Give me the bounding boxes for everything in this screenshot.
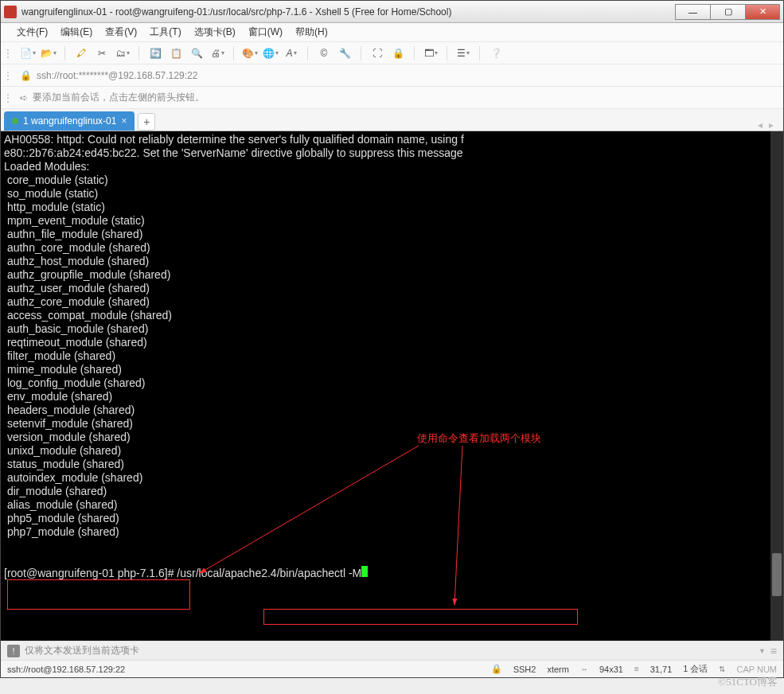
hint-bar: ➪ 要添加当前会话，点击左侧的箭头按钮。 — [1, 87, 783, 109]
toolbar-grip[interactable] — [2, 45, 7, 60]
address-text[interactable]: ssh://root:********@192.168.57.129:22 — [37, 70, 197, 81]
tab-close-icon[interactable]: × — [121, 115, 127, 127]
status-address: ssh://root@192.168.57.129:22 — [7, 665, 480, 674]
menu-item[interactable]: 文件(F) — [17, 25, 48, 39]
status-sessions: 1 会话 — [683, 663, 708, 675]
send-dropdown-icon[interactable]: ▼ — [759, 647, 766, 655]
address-bar: 🔒 ssh://root:********@192.168.57.129:22 — [1, 64, 783, 87]
maximize-button[interactable]: ▢ — [710, 4, 745, 20]
tab-nav: ◂ ▸ — [758, 119, 780, 131]
scrollbar-thumb[interactable] — [772, 553, 782, 596]
size-icon: ↔ — [580, 665, 588, 673]
layout-button[interactable]: 🗔 — [423, 45, 439, 61]
status-pos: 31,71 — [650, 665, 673, 674]
add-tab-button[interactable]: + — [138, 113, 155, 131]
hint-arrow-icon[interactable]: ➪ — [20, 92, 28, 103]
hint-text: 要添加当前会话，点击左侧的箭头按钮。 — [33, 91, 205, 104]
menu-item[interactable]: 窗口(W) — [248, 25, 283, 39]
send-target-icon[interactable]: ! — [7, 645, 20, 657]
cursor — [361, 566, 368, 577]
titlebar: wangruifenglinux-01 - root@wangruifeng-0… — [1, 1, 783, 23]
copy-button[interactable]: 📋 — [168, 45, 184, 61]
lock-button[interactable]: 🔒 — [390, 45, 406, 61]
print-button[interactable]: 🖨 — [209, 45, 225, 61]
properties-button[interactable]: 🗂 — [115, 45, 131, 61]
session-tab[interactable]: 1 wangruifenglinux-01 × — [4, 111, 135, 131]
new-button[interactable]: 📄 — [20, 45, 36, 61]
lock-icon: 🔒 — [20, 70, 32, 81]
minimize-button[interactable]: — — [675, 4, 710, 20]
status-term: xterm — [547, 665, 569, 674]
help-button[interactable]: ❔ — [488, 45, 504, 61]
reconnect-button[interactable]: 🔄 — [147, 45, 163, 61]
annotation-label: 使用命令查看加载两个模块 — [417, 431, 541, 445]
tab-prev-icon[interactable]: ◂ — [758, 119, 763, 131]
send-bar: ! 仅将文本发送到当前选项卡 ▼ ≡ — [1, 641, 783, 660]
script-button[interactable]: © — [316, 45, 332, 61]
send-menu-icon[interactable]: ≡ — [770, 645, 777, 657]
cut-button[interactable]: ✂ — [94, 45, 110, 61]
fullscreen-button[interactable]: ⛶ — [369, 45, 385, 61]
color-button[interactable]: 🎨 — [242, 45, 258, 61]
terminal-prompt-line[interactable]: [root@wangruifeng-01 php-7.1.6]# /usr/lo… — [4, 566, 780, 580]
pos-icon: ≡ — [634, 665, 639, 673]
annotation-box-command — [263, 609, 578, 625]
app-window: wangruifenglinux-01 - root@wangruifeng-0… — [0, 0, 784, 678]
tools-button[interactable]: 🔧 — [337, 45, 353, 61]
annotation-box-modules — [7, 579, 190, 610]
window-title: wangruifenglinux-01 - root@wangruifeng-0… — [21, 6, 675, 18]
tabs-button[interactable]: ☰ — [455, 45, 471, 61]
status-bar: ssh://root@192.168.57.129:22 🔒 SSH2 xter… — [1, 660, 783, 677]
tab-label: 1 wangruifenglinux-01 — [23, 115, 116, 127]
menu-item[interactable]: 工具(T) — [150, 25, 181, 39]
terminal-output: AH00558: httpd: Could not reliably deter… — [4, 133, 780, 539]
hint-grip[interactable] — [2, 90, 7, 105]
menu-item[interactable]: 帮助(H) — [295, 25, 328, 39]
terminal-viewport[interactable]: AH00558: httpd: Could not reliably deter… — [1, 131, 783, 641]
scrollbar[interactable] — [770, 131, 783, 641]
find-button[interactable]: 🔍 — [189, 45, 205, 61]
send-bar-text: 仅将文本发送到当前选项卡 — [25, 644, 139, 657]
window-controls: — ▢ ✕ — [675, 4, 780, 20]
tab-next-icon[interactable]: ▸ — [769, 119, 774, 131]
tab-bar: 1 wangruifenglinux-01 × + ◂ ▸ — [1, 109, 783, 131]
web-button[interactable]: 🌐 — [263, 45, 279, 61]
status-dot-icon — [12, 118, 18, 124]
address-grip[interactable] — [2, 68, 7, 83]
status-lock-icon: 🔒 — [491, 664, 502, 674]
open-button[interactable]: 📂 — [41, 45, 57, 61]
menu-item[interactable]: 编辑(E) — [60, 25, 92, 39]
status-caps: CAP NUM — [736, 665, 777, 674]
menubar: 文件(F)编辑(E)查看(V)工具(T)选项卡(B)窗口(W)帮助(H) — [1, 23, 783, 42]
main-toolbar: 📄 📂 🖍 ✂ 🗂 🔄 📋 🔍 🖨 🎨 🌐 A © 🔧 ⛶ 🔒 🗔 ☰ ❔ — [1, 42, 783, 64]
status-size: 94x31 — [599, 665, 623, 674]
close-button[interactable]: ✕ — [745, 4, 780, 20]
font-button[interactable]: A — [283, 45, 299, 61]
app-icon — [4, 6, 17, 18]
sess-icon: ⇅ — [719, 665, 725, 673]
menu-item[interactable]: 查看(V) — [105, 25, 137, 39]
status-ssh: SSH2 — [513, 665, 536, 674]
menu-item[interactable]: 选项卡(B) — [194, 25, 236, 39]
highlight-button[interactable]: 🖍 — [73, 45, 89, 61]
